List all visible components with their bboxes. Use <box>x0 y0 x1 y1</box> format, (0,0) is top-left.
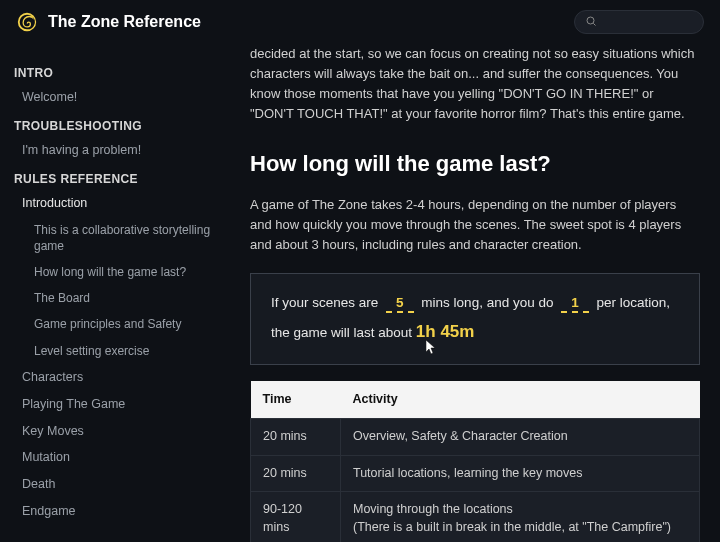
sidebar-section-troubleshooting: TROUBLESHOOTING <box>10 111 220 137</box>
header: The Zone Reference <box>0 0 720 44</box>
svg-line-1 <box>593 23 595 25</box>
scene-length-input[interactable]: 5 <box>386 295 414 313</box>
cell-time: 90-120 mins <box>251 492 341 542</box>
duration-result: 1h 45m <box>416 322 475 341</box>
sidebar-item-board[interactable]: The Board <box>10 285 220 311</box>
main-content: decided at the start, so we can focus on… <box>230 44 720 542</box>
duration-table: Time Activity 20 mins Overview, Safety &… <box>250 381 700 542</box>
sidebar-item-principles[interactable]: Game principles and Safety <box>10 311 220 337</box>
sidebar-item-how-long[interactable]: How long will the game last? <box>10 259 220 285</box>
calc-text: mins long, and you do <box>421 295 553 310</box>
body-paragraph: A game of The Zone takes 2-4 hours, depe… <box>250 195 700 255</box>
search-input[interactable] <box>603 15 693 29</box>
cell-time: 20 mins <box>251 419 341 456</box>
cursor-icon <box>426 340 438 356</box>
th-time: Time <box>251 381 341 419</box>
sidebar-item-death[interactable]: Death <box>10 471 220 498</box>
intro-paragraph: decided at the start, so we can focus on… <box>250 44 700 125</box>
table-row: 90-120 mins Moving through the locations… <box>251 492 700 542</box>
sidebar-item-problem[interactable]: I'm having a problem! <box>10 137 220 164</box>
sidebar-item-playing[interactable]: Playing The Game <box>10 391 220 418</box>
sidebar-item-endgame[interactable]: Endgame <box>10 498 220 525</box>
brand: The Zone Reference <box>16 11 201 33</box>
cell-activity: Overview, Safety & Character Creation <box>341 419 700 456</box>
sidebar-section-rules: RULES REFERENCE <box>10 164 220 190</box>
sidebar-item-level-setting[interactable]: Level setting exercise <box>10 338 220 364</box>
sidebar-item-introduction[interactable]: Introduction <box>10 190 220 217</box>
per-location-input[interactable]: 1 <box>561 295 589 313</box>
th-activity: Activity <box>341 381 700 419</box>
table-row: 20 mins Overview, Safety & Character Cre… <box>251 419 700 456</box>
calc-text: the game will last about <box>271 325 412 340</box>
calc-text: If your scenes are <box>271 295 378 310</box>
sidebar-item-key-moves[interactable]: Key Moves <box>10 418 220 445</box>
sidebar-item-mutation[interactable]: Mutation <box>10 444 220 471</box>
table-row: 20 mins Tutorial locations, learning the… <box>251 455 700 492</box>
cell-activity: Tutorial locations, learning the key mov… <box>341 455 700 492</box>
sidebar-item-collab-story[interactable]: This is a collaborative storytelling gam… <box>10 217 220 259</box>
site-title: The Zone Reference <box>48 13 201 31</box>
sidebar: INTRO Welcome! TROUBLESHOOTING I'm havin… <box>0 44 230 542</box>
cell-activity: Moving through the locations (There is a… <box>341 492 700 542</box>
search-box[interactable] <box>574 10 704 34</box>
duration-calculator: If your scenes are 5 mins long, and you … <box>250 273 700 365</box>
svg-point-0 <box>587 17 594 24</box>
sidebar-item-welcome[interactable]: Welcome! <box>10 84 220 111</box>
calc-text: per location, <box>597 295 671 310</box>
cell-time: 20 mins <box>251 455 341 492</box>
search-icon <box>585 15 597 30</box>
sidebar-item-characters[interactable]: Characters <box>10 364 220 391</box>
section-heading: How long will the game last? <box>250 147 700 181</box>
sidebar-section-intro: INTRO <box>10 58 220 84</box>
spiral-logo-icon <box>16 11 38 33</box>
